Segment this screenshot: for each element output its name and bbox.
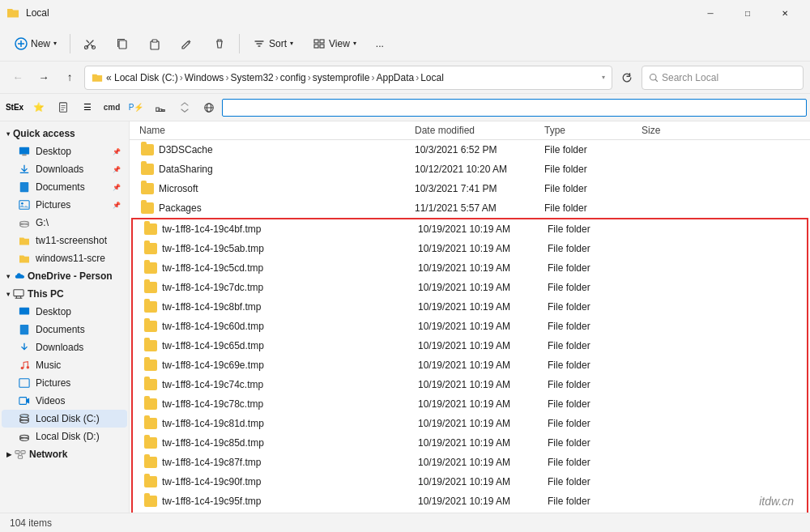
videos-icon bbox=[18, 394, 31, 407]
pin-icon: 📌 bbox=[113, 148, 121, 155]
svg-rect-21 bbox=[19, 147, 29, 155]
sort-button[interactable]: Sort ▾ bbox=[245, 32, 301, 55]
rename-button[interactable] bbox=[173, 32, 202, 55]
sidebar-item-downloads-pc[interactable]: Downloads bbox=[2, 338, 127, 356]
network-icon bbox=[15, 449, 26, 460]
ext-copy-button[interactable] bbox=[173, 97, 196, 118]
ext-globe-button[interactable] bbox=[198, 97, 220, 118]
table-row[interactable]: Microsoft 10/3/2021 7:41 PM File folder bbox=[130, 179, 810, 198]
sidebar-item-desktop-quick[interactable]: Desktop 📌 bbox=[2, 143, 127, 160]
sidebar-item-music[interactable]: Music bbox=[2, 356, 127, 374]
ext-list-button[interactable]: ☰ bbox=[76, 97, 99, 118]
file-type: File folder bbox=[548, 340, 645, 351]
table-row[interactable]: tw-1ff8-1c4-19c4bf.tmp 10/19/2021 10:19 … bbox=[133, 219, 807, 239]
file-type: File folder bbox=[548, 262, 645, 274]
view-button[interactable]: View ▾ bbox=[305, 32, 364, 55]
minimize-button[interactable]: ─ bbox=[692, 0, 729, 26]
table-row[interactable]: tw-1ff8-1c4-19c5ab.tmp 10/19/2021 10:19 … bbox=[133, 239, 807, 258]
forward-button[interactable]: → bbox=[32, 66, 55, 89]
table-row[interactable]: DataSharing 10/12/2021 10:20 AM File fol… bbox=[130, 160, 810, 179]
search-box[interactable]: Search Local bbox=[642, 66, 804, 90]
ext-cmd-button[interactable]: cmd bbox=[100, 97, 123, 118]
ext-star-button[interactable]: ⭐ bbox=[28, 97, 50, 118]
table-row[interactable]: tw-1ff8-1c4-19c5cd.tmp 10/19/2021 10:19 … bbox=[133, 258, 807, 278]
table-row[interactable]: tw-1ff8-1c4-19ca0d.tmp 10/19/2021 10:19 … bbox=[133, 511, 807, 513]
table-row[interactable]: tw-1ff8-1c4-19c90f.tmp 10/19/2021 10:19 … bbox=[133, 472, 807, 492]
folder-icon bbox=[144, 262, 157, 275]
table-row[interactable]: tw-1ff8-1c4-19c60d.tmp 10/19/2021 10:19 … bbox=[133, 317, 807, 336]
svg-line-13 bbox=[655, 79, 657, 81]
ext-page-button[interactable] bbox=[52, 97, 75, 118]
stex-button[interactable]: StEx bbox=[3, 97, 26, 118]
ext-term-button[interactable]: P⚡ bbox=[125, 97, 147, 118]
table-row[interactable]: tw-1ff8-1c4-19c74c.tmp 10/19/2021 10:19 … bbox=[133, 375, 807, 394]
table-row[interactable]: tw-1ff8-1c4-19c69e.tmp 10/19/2021 10:19 … bbox=[133, 355, 807, 375]
folder-icon bbox=[144, 300, 157, 313]
file-type: File folder bbox=[548, 360, 645, 371]
col-size-header[interactable]: Size bbox=[642, 125, 800, 136]
onedrive-header[interactable]: ▾ OneDrive - Person bbox=[0, 267, 129, 285]
sidebar-item-pictures-quick[interactable]: Pictures 📌 bbox=[2, 196, 127, 214]
table-row[interactable]: tw-1ff8-1c4-19c7dc.tmp 10/19/2021 10:19 … bbox=[133, 278, 807, 297]
table-row[interactable]: tw-1ff8-1c4-19c87f.tmp 10/19/2021 10:19 … bbox=[133, 453, 807, 472]
quick-access-header[interactable]: ▾ Quick access bbox=[0, 125, 129, 143]
ext-path-input[interactable] bbox=[222, 99, 807, 117]
table-row[interactable]: tw-1ff8-1c4-19c81d.tmp 10/19/2021 10:19 … bbox=[133, 414, 807, 433]
new-label: New bbox=[31, 38, 50, 49]
table-row[interactable]: tw-1ff8-1c4-19c65d.tmp 10/19/2021 10:19 … bbox=[133, 336, 807, 355]
table-row[interactable]: tw-1ff8-1c4-19c78c.tmp 10/19/2021 10:19 … bbox=[133, 394, 807, 414]
sidebar-item-gdrv[interactable]: G:\ bbox=[2, 214, 127, 232]
file-name: tw-1ff8-1c4-19c81d.tmp bbox=[162, 418, 418, 429]
col-name-header[interactable]: Name bbox=[139, 125, 415, 136]
sidebar-item-downloads-quick[interactable]: Downloads 📌 bbox=[2, 160, 127, 178]
file-list-header: Name Date modified Type Size bbox=[130, 121, 810, 140]
table-row[interactable]: tw-1ff8-1c4-19c85d.tmp 10/19/2021 10:19 … bbox=[133, 433, 807, 453]
sidebar-item-pictures-pc[interactable]: Pictures bbox=[2, 374, 127, 392]
this-pc-header[interactable]: ▾ This PC bbox=[0, 285, 129, 303]
sidebar-item-local-c[interactable]: Local Disk (C:) bbox=[2, 410, 127, 428]
ext-share-button[interactable] bbox=[149, 97, 172, 118]
sidebar-item-desktop-pc[interactable]: Desktop bbox=[2, 303, 127, 321]
more-button[interactable]: ... bbox=[368, 33, 392, 54]
folder-address-icon bbox=[92, 72, 103, 83]
file-name: Microsoft bbox=[159, 183, 415, 194]
back-button[interactable]: ← bbox=[6, 66, 29, 89]
network-header[interactable]: ▶ Network bbox=[0, 445, 129, 463]
sidebar-item-local-d[interactable]: Local Disk (D:) bbox=[2, 428, 127, 445]
desktop-pc-icon bbox=[18, 305, 31, 318]
refresh-button[interactable] bbox=[616, 66, 638, 89]
table-row[interactable]: tw-1ff8-1c4-19c95f.tmp 10/19/2021 10:19 … bbox=[133, 492, 807, 511]
address-bar[interactable]: « Local Disk (C:) › Windows › System32 ›… bbox=[84, 66, 612, 90]
sidebar-item-videos[interactable]: Videos bbox=[2, 392, 127, 410]
col-date-header[interactable]: Date modified bbox=[415, 125, 544, 136]
copy-button[interactable] bbox=[108, 32, 137, 55]
table-row[interactable]: Packages 11/1/2021 5:57 AM File folder bbox=[130, 198, 810, 218]
close-button[interactable]: ✕ bbox=[766, 0, 804, 26]
desktop-quick-label: Desktop bbox=[36, 146, 108, 157]
up-button[interactable]: ↑ bbox=[58, 66, 81, 89]
file-name: tw-1ff8-1c4-19c90f.tmp bbox=[162, 476, 418, 487]
extension-toolbar: StEx ⭐ ☰ cmd P⚡ bbox=[0, 94, 810, 121]
sidebar-item-win11scre[interactable]: windows11-scre bbox=[2, 249, 127, 267]
paste-button[interactable] bbox=[140, 32, 169, 55]
more-label: ... bbox=[376, 38, 384, 49]
downloads-pc-icon bbox=[18, 341, 31, 354]
svg-rect-11 bbox=[320, 45, 324, 48]
table-row[interactable]: D3DSCache 10/3/2021 6:52 PM File folder bbox=[130, 140, 810, 160]
new-button[interactable]: New ▾ bbox=[6, 32, 65, 55]
desktop-icon bbox=[18, 145, 31, 158]
sidebar-item-tw11[interactable]: tw11-screenshot bbox=[2, 232, 127, 249]
file-name: tw-1ff8-1c4-19c87f.tmp bbox=[162, 457, 418, 468]
documents-icon bbox=[18, 181, 31, 194]
folder-icon bbox=[144, 398, 157, 411]
table-row[interactable]: tw-1ff8-1c4-19c8bf.tmp 10/19/2021 10:19 … bbox=[133, 297, 807, 317]
cut-button[interactable] bbox=[75, 32, 104, 55]
file-date: 10/19/2021 10:19 AM bbox=[418, 398, 548, 410]
col-type-header[interactable]: Type bbox=[544, 125, 642, 136]
delete-button[interactable] bbox=[205, 32, 234, 55]
maximize-button[interactable]: □ bbox=[729, 0, 766, 26]
globe-icon bbox=[203, 102, 215, 113]
local-d-label: Local Disk (D:) bbox=[36, 431, 121, 442]
sidebar-item-documents-quick[interactable]: Documents 📌 bbox=[2, 178, 127, 196]
sidebar-item-documents-pc[interactable]: Documents bbox=[2, 321, 127, 338]
